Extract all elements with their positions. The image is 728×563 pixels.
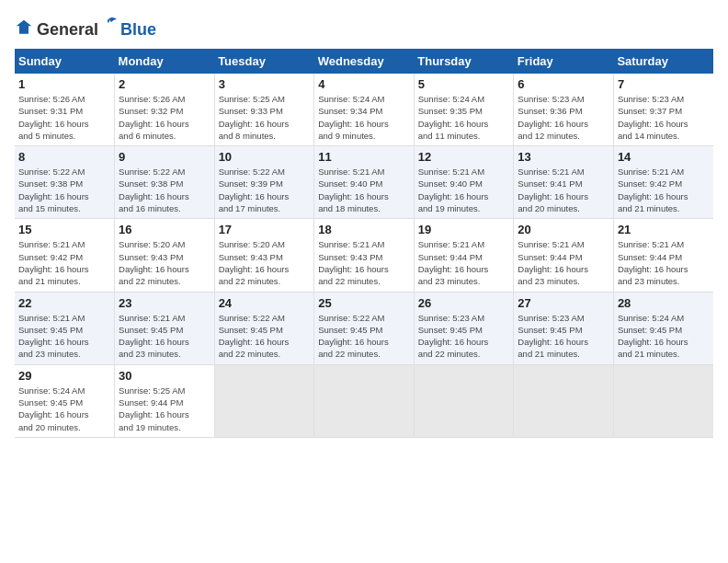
day-info: Sunrise: 5:26 AM Sunset: 9:32 PM Dayligh… [119,93,210,142]
day-number: 11 [318,150,410,164]
day-header-monday: Monday [115,49,215,74]
day-info: Sunrise: 5:21 AM Sunset: 9:44 PM Dayligh… [518,238,609,287]
svg-marker-0 [17,19,32,33]
day-number: 1 [18,77,110,91]
calendar-cell: 13Sunrise: 5:21 AM Sunset: 9:41 PM Dayli… [514,146,614,219]
calendar-cell: 14Sunrise: 5:21 AM Sunset: 9:42 PM Dayli… [613,146,713,219]
day-number: 27 [518,296,609,310]
calendar-cell: 10Sunrise: 5:22 AM Sunset: 9:39 PM Dayli… [214,146,314,219]
day-info: Sunrise: 5:22 AM Sunset: 9:38 PM Dayligh… [119,166,210,214]
calendar-cell: 5Sunrise: 5:24 AM Sunset: 9:35 PM Daylig… [414,74,514,146]
day-number: 20 [518,223,609,236]
day-number: 15 [18,223,110,236]
calendar-week-row: 29Sunrise: 5:24 AM Sunset: 9:45 PM Dayli… [15,364,713,437]
logo-icon [15,18,33,37]
day-header-sunday: Sunday [15,49,115,74]
calendar-cell: 3Sunrise: 5:25 AM Sunset: 9:33 PM Daylig… [214,74,314,146]
day-info: Sunrise: 5:25 AM Sunset: 9:33 PM Dayligh… [219,93,311,142]
calendar-cell: 17Sunrise: 5:20 AM Sunset: 9:43 PM Dayli… [214,219,314,292]
day-info: Sunrise: 5:20 AM Sunset: 9:43 PM Dayligh… [219,238,311,287]
day-number: 25 [318,296,410,310]
calendar-week-row: 8Sunrise: 5:22 AM Sunset: 9:38 PM Daylig… [15,146,713,219]
calendar-cell: 16Sunrise: 5:20 AM Sunset: 9:43 PM Dayli… [115,219,215,292]
day-info: Sunrise: 5:22 AM Sunset: 9:45 PM Dayligh… [318,312,410,361]
day-number: 6 [518,77,609,91]
calendar-week-row: 15Sunrise: 5:21 AM Sunset: 9:42 PM Dayli… [15,219,713,292]
day-info: Sunrise: 5:21 AM Sunset: 9:40 PM Dayligh… [418,166,510,214]
calendar-week-row: 22Sunrise: 5:21 AM Sunset: 9:45 PM Dayli… [15,292,713,364]
calendar-cell [514,364,614,437]
calendar-cell: 29Sunrise: 5:24 AM Sunset: 9:45 PM Dayli… [15,364,115,437]
day-info: Sunrise: 5:21 AM Sunset: 9:44 PM Dayligh… [418,238,510,287]
calendar-cell: 24Sunrise: 5:22 AM Sunset: 9:45 PM Dayli… [214,292,314,364]
calendar-cell: 11Sunrise: 5:21 AM Sunset: 9:40 PM Dayli… [314,146,415,219]
day-info: Sunrise: 5:22 AM Sunset: 9:39 PM Dayligh… [219,166,311,214]
day-number: 23 [119,296,210,310]
logo-blue: Blue [120,20,156,40]
calendar-table: SundayMondayTuesdayWednesdayThursdayFrid… [15,49,713,438]
day-info: Sunrise: 5:22 AM Sunset: 9:38 PM Dayligh… [18,166,110,214]
calendar-cell: 7Sunrise: 5:23 AM Sunset: 9:37 PM Daylig… [613,74,713,146]
day-number: 8 [18,150,110,164]
day-info: Sunrise: 5:20 AM Sunset: 9:43 PM Dayligh… [119,238,210,287]
day-info: Sunrise: 5:24 AM Sunset: 9:45 PM Dayligh… [618,312,710,361]
day-number: 10 [219,150,311,164]
day-info: Sunrise: 5:21 AM Sunset: 9:44 PM Dayligh… [618,238,710,287]
day-header-thursday: Thursday [414,49,514,74]
day-number: 7 [618,77,710,91]
day-number: 14 [618,150,710,164]
day-number: 16 [119,223,210,236]
day-number: 22 [18,296,110,310]
calendar-cell: 30Sunrise: 5:25 AM Sunset: 9:44 PM Dayli… [115,364,215,437]
calendar-cell: 22Sunrise: 5:21 AM Sunset: 9:45 PM Dayli… [15,292,115,364]
calendar-cell: 27Sunrise: 5:23 AM Sunset: 9:45 PM Dayli… [514,292,614,364]
day-info: Sunrise: 5:23 AM Sunset: 9:45 PM Dayligh… [518,312,609,361]
logo-general: General [37,20,98,40]
day-info: Sunrise: 5:23 AM Sunset: 9:37 PM Dayligh… [618,93,710,142]
day-number: 4 [318,77,410,91]
calendar-cell [214,364,314,437]
calendar-cell: 18Sunrise: 5:21 AM Sunset: 9:43 PM Dayli… [314,219,415,292]
day-number: 5 [418,77,510,91]
calendar-cell: 28Sunrise: 5:24 AM Sunset: 9:45 PM Dayli… [613,292,713,364]
day-number: 28 [618,296,710,310]
day-info: Sunrise: 5:24 AM Sunset: 9:35 PM Dayligh… [418,93,510,142]
day-number: 3 [219,77,311,91]
calendar-cell: 9Sunrise: 5:22 AM Sunset: 9:38 PM Daylig… [115,146,215,219]
day-info: Sunrise: 5:23 AM Sunset: 9:45 PM Dayligh… [418,312,510,361]
day-header-row: SundayMondayTuesdayWednesdayThursdayFrid… [15,49,713,74]
day-info: Sunrise: 5:22 AM Sunset: 9:45 PM Dayligh… [219,312,311,361]
day-number: 30 [119,369,210,383]
day-info: Sunrise: 5:25 AM Sunset: 9:44 PM Dayligh… [119,385,210,433]
calendar-cell: 1Sunrise: 5:26 AM Sunset: 9:31 PM Daylig… [15,74,115,146]
calendar-cell [414,364,514,437]
day-info: Sunrise: 5:21 AM Sunset: 9:45 PM Dayligh… [119,312,210,361]
calendar-cell: 19Sunrise: 5:21 AM Sunset: 9:44 PM Dayli… [414,219,514,292]
day-number: 24 [219,296,311,310]
day-info: Sunrise: 5:21 AM Sunset: 9:42 PM Dayligh… [618,166,710,214]
day-number: 26 [418,296,510,310]
logo: General Blue [15,15,156,40]
day-header-friday: Friday [514,49,614,74]
day-info: Sunrise: 5:21 AM Sunset: 9:40 PM Dayligh… [318,166,410,214]
day-header-saturday: Saturday [613,49,713,74]
calendar-cell [314,364,415,437]
calendar-cell: 23Sunrise: 5:21 AM Sunset: 9:45 PM Dayli… [115,292,215,364]
calendar-week-row: 1Sunrise: 5:26 AM Sunset: 9:31 PM Daylig… [15,74,713,146]
day-info: Sunrise: 5:23 AM Sunset: 9:36 PM Dayligh… [518,93,609,142]
day-info: Sunrise: 5:21 AM Sunset: 9:42 PM Dayligh… [18,238,110,287]
day-info: Sunrise: 5:21 AM Sunset: 9:41 PM Dayligh… [518,166,609,214]
day-number: 2 [119,77,210,91]
day-info: Sunrise: 5:24 AM Sunset: 9:45 PM Dayligh… [18,385,110,433]
day-info: Sunrise: 5:26 AM Sunset: 9:31 PM Dayligh… [18,93,110,142]
logo-text-container: General Blue [37,15,156,40]
calendar-cell: 6Sunrise: 5:23 AM Sunset: 9:36 PM Daylig… [514,74,614,146]
calendar-cell: 15Sunrise: 5:21 AM Sunset: 9:42 PM Dayli… [15,219,115,292]
day-header-wednesday: Wednesday [314,49,415,74]
day-info: Sunrise: 5:21 AM Sunset: 9:45 PM Dayligh… [18,312,110,361]
day-header-tuesday: Tuesday [214,49,314,74]
day-info: Sunrise: 5:21 AM Sunset: 9:43 PM Dayligh… [318,238,410,287]
day-number: 18 [318,223,410,236]
day-number: 21 [618,223,710,236]
calendar-cell: 26Sunrise: 5:23 AM Sunset: 9:45 PM Dayli… [414,292,514,364]
